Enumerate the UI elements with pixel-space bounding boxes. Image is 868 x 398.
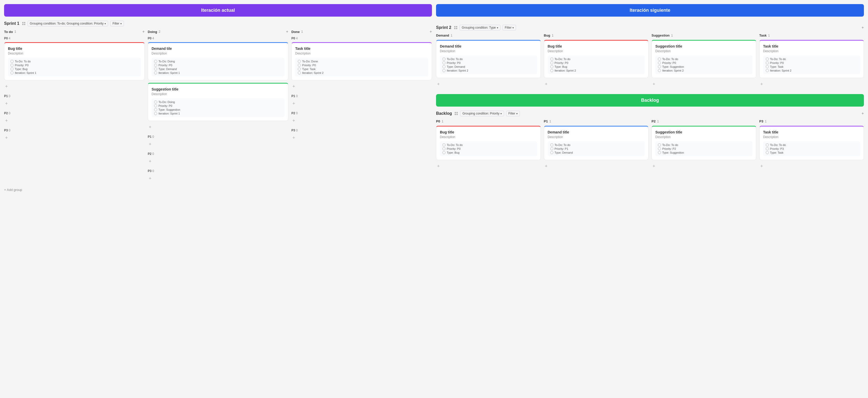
todo-p0-group: P0 4 Bug title Description To-Do: To do … [4,36,145,90]
card-title: Bug title [8,47,141,51]
doing-p2-add-btn[interactable]: + [148,158,153,165]
backlog-header-title: Backlog [641,98,659,103]
bug-card: Bug title Description To-Do: To do Prior… [544,40,649,78]
sprint1-grouping-label: Grouping condition: To-do; Grouping cond… [30,22,104,25]
card-desc: Description [763,135,860,139]
doing-p0-add-btn[interactable]: + [148,123,153,131]
backlog-p0-header: P0 1 [436,119,541,123]
card-desc: Description [152,92,284,96]
done-p0-add-btn[interactable]: + [291,83,296,90]
done-p3-add-btn[interactable]: + [291,134,296,142]
doing-p1-add-btn[interactable]: + [148,141,153,148]
backlog-add-col-btn[interactable]: + [862,111,864,116]
done-p2-add-btn[interactable]: + [291,117,296,124]
meta-type: Type: Suggestion [658,151,750,154]
meta-priority: Priority: P0 [10,64,138,67]
meta-priority: Priority: P0 [442,61,534,64]
card-meta: To-Do: To do Priority: P0 Type: Bug Iter… [8,58,141,76]
meta-todo: To-Do: To do [550,58,642,61]
backlog-grouping-btn[interactable]: Grouping condition: Priority [460,111,504,116]
backlog-section: Backlog Backlog Grouping condition: Prio… [436,94,864,170]
demand-label: Demand [436,33,449,37]
card-desc: Description [655,135,752,139]
card-title: Demand title [548,130,645,134]
done-count: 1 [301,30,303,33]
todo-p2-label: P2 0 [4,112,145,115]
todo-p2-add-btn[interactable]: + [4,117,9,124]
meta-iteration: Iteration: Sprint 2 [658,69,750,72]
demand-column-header: Demand 1 [436,33,541,37]
sprint1-grouping-btn[interactable]: Grouping condition: To-do; Grouping cond… [28,21,108,26]
done-p0-label: P0 4 [291,36,432,40]
svg-rect-10 [455,114,456,115]
backlog-p2-column: P2 1 Suggestion title Description To-Do:… [652,119,756,170]
bug-column: Bug 1 Bug title Description To-Do: To do… [544,33,649,88]
backlog-p2-add-btn[interactable]: + [652,162,656,170]
backlog-p0-label: P0 [436,119,440,123]
card-meta: To-Do: To do Priority: P0 Type: Demand I… [440,56,537,74]
backlog-header: Backlog [436,94,864,106]
meta-todo: To-Do: Doing [154,60,282,63]
backlog-filter-btn[interactable]: Filter [506,111,520,116]
backlog-p0-add-btn[interactable]: + [436,162,441,170]
sprint2-filter-btn[interactable]: Filter [502,25,516,30]
task-column: Task 1 Task title Description To-Do: To … [760,33,864,88]
task-card: Task title Description To-Do: To do Prio… [760,40,864,78]
suggestion-add-btn[interactable]: + [652,81,656,88]
backlog-demand-card: Demand title Description To-Do: To do Pr… [544,126,649,160]
done-p0-group: P0 4 Task title Description To-Do: Done … [291,36,432,90]
meta-iteration: Iteration: Sprint 1 [154,71,282,74]
meta-iteration: Iteration: Sprint 1 [154,112,282,115]
todo-bug-card: Bug title Description To-Do: To do Prior… [4,42,145,80]
todo-p1-add-btn[interactable]: + [4,100,9,108]
meta-iteration: Iteration: Sprint 2 [550,69,642,72]
suggestion-label: Suggestion [652,33,670,37]
card-desc: Description [548,49,645,53]
backlog-controls: Grouping condition: Priority Filter [455,111,520,116]
task-add-btn[interactable]: + [760,81,764,88]
meta-type: Type: Suggestion [154,108,282,111]
bug-count: 1 [552,34,554,37]
meta-priority: Priority: P3 [766,147,858,150]
backlog-p1-add-btn[interactable]: + [544,162,549,170]
backlog-p3-add-btn[interactable]: + [760,162,764,170]
demand-add-btn[interactable]: + [436,81,441,88]
card-desc: Description [548,135,645,139]
task-label: Task [760,33,767,37]
add-group-btn[interactable]: + Add group [4,186,22,193]
meta-type: Type: Suggestion [658,65,750,68]
done-p1-add-btn[interactable]: + [291,100,296,108]
todo-label: To do [4,30,13,34]
done-p1-label: P1 0 [291,94,432,98]
sprint1-filter-btn[interactable]: Filter [110,21,124,26]
card-title: Task title [763,44,860,48]
sprint2-add-col-btn[interactable]: + [862,25,864,30]
doing-add-btn[interactable]: + [286,29,288,34]
todo-p3-add-btn[interactable]: + [4,134,9,142]
backlog-title: Backlog [436,111,452,116]
backlog-p2-label: P2 [652,119,656,123]
backlog-p0-count: 1 [442,120,443,123]
card-title: Suggestion title [152,87,284,91]
backlog-columns: P0 1 Bug title Description To-Do: To do … [436,119,864,170]
meta-type: Type: Task [766,151,858,154]
bug-add-btn[interactable]: + [544,81,549,88]
done-add-btn[interactable]: + [430,29,432,34]
backlog-p1-label: P1 [544,119,548,123]
svg-rect-3 [24,24,25,25]
card-title: Demand title [440,44,537,48]
meta-priority: Priority: P1 [550,147,642,150]
todo-p0-add-btn[interactable]: + [4,83,9,90]
sprint2-grouping-label: Grouping condition: Type [462,26,496,29]
doing-p3-add-btn[interactable]: + [148,175,153,182]
meta-type: Type: Bug [10,67,138,70]
todo-add-btn[interactable]: + [143,29,145,34]
current-iteration-header: Iteración actual [4,4,432,17]
backlog-task-card: Task title Description To-Do: To do Prio… [760,126,864,160]
sprint2-grouping-btn[interactable]: Grouping condition: Type [460,25,500,30]
backlog-bug-card: Bug title Description To-Do: To do Prior… [436,126,541,160]
meta-todo: To-Do: To do [766,144,858,147]
svg-rect-8 [455,112,456,113]
done-p3-group: P3 0 + [291,129,432,142]
card-desc: Description [655,49,752,53]
